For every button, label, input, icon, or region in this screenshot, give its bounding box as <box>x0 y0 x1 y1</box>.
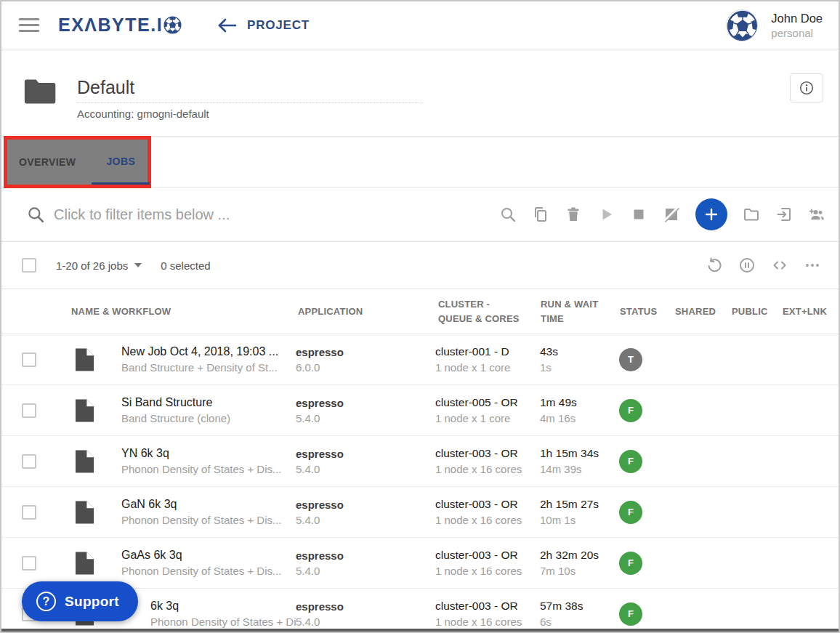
question-mark-icon: ? <box>36 592 56 611</box>
copy-icon[interactable] <box>532 206 549 223</box>
job-name-cell: New Job Oct 4, 2018, 19:03 ... Band Stru… <box>118 345 296 374</box>
job-time-cell: 1m 49s 4m 16s <box>537 396 615 424</box>
job-cluster: cluster-001 - D <box>435 345 537 358</box>
job-name: Si Band Structure <box>121 396 296 409</box>
support-label: Support <box>65 594 119 610</box>
back-arrow-icon[interactable] <box>217 17 238 34</box>
tab-bar: OVERVIEW JOBS <box>1 137 839 188</box>
file-icon <box>75 551 94 576</box>
plus-icon <box>703 206 720 223</box>
job-time-cell: 43s 1s <box>537 345 615 374</box>
run-job-icon[interactable] <box>597 206 615 223</box>
selected-count: 0 selected <box>161 259 210 272</box>
pause-icon[interactable] <box>738 257 756 274</box>
row-checkbox[interactable] <box>22 403 36 418</box>
table-row[interactable]: Si Band Structure Band Structure (clone)… <box>1 385 839 436</box>
create-job-button[interactable] <box>695 198 727 230</box>
user-name: John Doe <box>771 12 823 25</box>
toolbar-search-icon[interactable] <box>499 206 517 223</box>
job-wait-time: 7m 10s <box>540 565 615 577</box>
job-app-version: 6.0.0 <box>296 361 435 374</box>
info-button[interactable] <box>790 73 823 102</box>
exit-to-app-icon[interactable] <box>775 206 793 223</box>
status-badge: F <box>619 501 642 524</box>
job-name-cell: YN 6k 3q Phonon Density of States + Dis.… <box>118 447 296 475</box>
table-row[interactable]: GaAs 6k 3q Phonon Density of States + Di… <box>1 538 839 589</box>
job-name-cell: GaN 6k 3q Phonon Density of States + Dis… <box>118 498 296 526</box>
tab-overview[interactable]: OVERVIEW <box>17 140 77 185</box>
row-checkbox[interactable] <box>22 454 36 469</box>
menu-icon[interactable] <box>19 15 39 36</box>
table-row[interactable]: GaN 6k 3q Phonon Density of States + Dis… <box>1 487 839 538</box>
code-icon[interactable] <box>771 257 788 274</box>
page-range-dropdown[interactable]: 1-20 of 26 jobs <box>56 259 142 272</box>
breadcrumb: PROJECT <box>247 18 310 33</box>
move-to-folder-icon[interactable] <box>743 206 760 223</box>
cancel-job-icon[interactable] <box>663 206 680 223</box>
table-row[interactable]: New Job Oct 4, 2018, 19:03 ... Band Stru… <box>1 334 839 385</box>
tab-jobs[interactable]: JOBS <box>92 140 150 185</box>
job-wait-time: 14m 39s <box>540 463 615 475</box>
share-with-people-icon[interactable] <box>808 206 825 223</box>
project-accounting: Accounting: gmogni-default <box>77 108 209 120</box>
job-run-time: 43s <box>540 345 615 358</box>
job-application: espresso <box>296 346 435 358</box>
job-application: espresso <box>296 549 435 562</box>
job-workflow: Phonon Density of States + Dis... <box>150 616 296 628</box>
job-cluster-cell: cluster-003 - OR 1 node x 16 cores <box>435 549 537 577</box>
stop-job-icon[interactable] <box>630 206 647 223</box>
more-icon[interactable] <box>804 257 821 274</box>
job-cores: 1 node x 16 cores <box>435 463 537 475</box>
file-icon <box>75 347 94 372</box>
row-checkbox[interactable] <box>22 505 36 520</box>
job-application-cell: espresso 5.4.0 <box>296 549 435 577</box>
avatar[interactable] <box>726 9 758 41</box>
job-workflow: Phonon Density of States + Dis... <box>121 565 296 577</box>
job-application-cell: espresso 5.4.0 <box>296 397 435 424</box>
job-name-cell: Si Band Structure Band Structure (clone) <box>118 396 296 424</box>
job-time-cell: 57m 38s 6s <box>537 600 615 628</box>
job-time-cell: 1h 15m 34s 14m 39s <box>537 447 615 475</box>
brand-ball-icon <box>163 16 182 34</box>
refresh-icon[interactable] <box>706 257 723 274</box>
col-application: APPLICATION <box>296 305 435 319</box>
list-actions <box>706 257 821 274</box>
job-name-cell: 6k 3q Phonon Density of States + Dis... <box>147 600 296 628</box>
status-badge: F <box>619 552 642 575</box>
job-cluster-cell: cluster-005 - OR 1 node x 1 core <box>435 396 537 424</box>
file-icon <box>75 449 94 474</box>
user-menu[interactable]: John Doe personal <box>726 9 823 41</box>
row-checkbox[interactable] <box>22 556 36 570</box>
brand-logo[interactable]: EXΛBYTE.I <box>58 15 182 36</box>
row-checkbox[interactable] <box>22 352 36 367</box>
folder-icon <box>23 77 58 106</box>
job-cluster: cluster-005 - OR <box>435 396 537 409</box>
job-application-cell: espresso 5.4.0 <box>296 600 435 628</box>
delete-icon[interactable] <box>565 206 582 223</box>
job-app-version: 5.4.0 <box>296 412 435 424</box>
job-app-version: 5.4.0 <box>296 463 435 475</box>
job-run-time: 1h 15m 34s <box>540 447 615 460</box>
table-row[interactable]: YN 6k 3q Phonon Density of States + Dis.… <box>1 436 839 487</box>
file-icon <box>75 500 94 525</box>
support-button[interactable]: ? Support <box>22 581 138 621</box>
job-name: GaN 6k 3q <box>121 498 296 511</box>
project-title[interactable]: Default <box>77 77 134 98</box>
job-cores: 1 node x 16 cores <box>435 565 537 577</box>
list-controls: 1-20 of 26 jobs 0 selected <box>1 242 839 289</box>
select-all-checkbox[interactable] <box>22 258 36 273</box>
job-name: New Job Oct 4, 2018, 19:03 ... <box>121 345 296 358</box>
status-badge: F <box>619 450 642 473</box>
job-cluster-cell: cluster-003 - OR 1 node x 16 cores <box>435 600 537 628</box>
job-run-time: 1m 49s <box>540 396 615 409</box>
filter-bar <box>1 188 839 242</box>
job-application-cell: espresso 6.0.0 <box>296 346 435 374</box>
brand-text: EXΛBYTE.I <box>58 15 163 36</box>
user-account: personal <box>771 27 823 39</box>
job-cluster: cluster-003 - OR <box>435 600 537 613</box>
status-badge: F <box>619 602 642 626</box>
top-navbar: EXΛBYTE.I PROJECT John Doe personal <box>1 1 839 49</box>
job-cluster-cell: cluster-003 - OR 1 node x 16 cores <box>435 447 537 475</box>
filter-input[interactable] <box>54 206 366 223</box>
job-application: espresso <box>296 600 435 613</box>
